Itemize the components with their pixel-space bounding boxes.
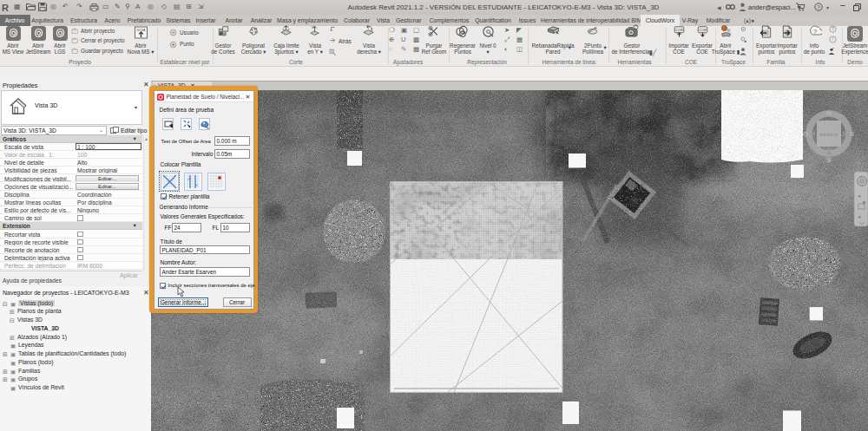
- svg-text:!: !: [832, 36, 833, 42]
- svg-text:S: S: [826, 156, 832, 164]
- svg-text:N: N: [826, 109, 832, 117]
- svg-text:O: O: [803, 130, 808, 138]
- svg-text:COE: COE: [699, 28, 707, 32]
- svg-text:E: E: [850, 130, 855, 138]
- svg-text:NOVA: NOVA: [137, 29, 147, 32]
- svg-text:SUPERIOR: SUPERIOR: [820, 133, 838, 137]
- svg-text:Y: Y: [312, 25, 314, 29]
- svg-text:?: ?: [832, 26, 834, 31]
- svg-text:?: ?: [813, 28, 818, 36]
- svg-text:?: ?: [817, 4, 820, 10]
- svg-text:COE: COE: [675, 28, 683, 32]
